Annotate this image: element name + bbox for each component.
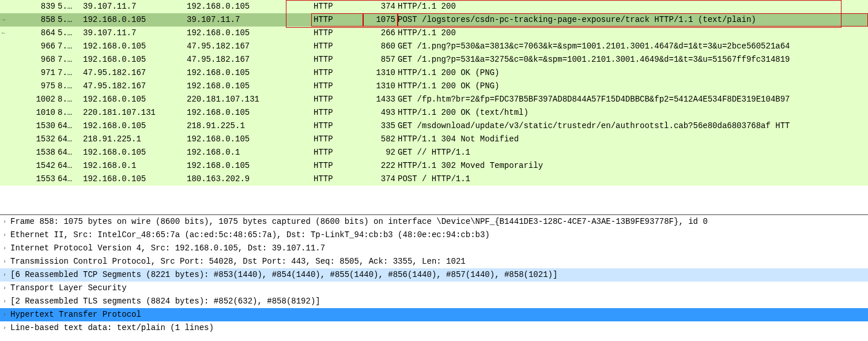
- col-time: 64…: [58, 146, 81, 159]
- col-protocol: HTTP: [311, 159, 363, 173]
- col-length: 374: [363, 173, 398, 186]
- col-no: 858: [7, 13, 58, 27]
- packet-row[interactable]: 10028.…192.168.0.105220.181.107.131HTTP1…: [0, 93, 868, 106]
- packet-row[interactable]: 153064…192.168.0.105218.91.225.1HTTP335G…: [0, 119, 868, 133]
- chevron-right-icon[interactable]: ›: [0, 282, 9, 295]
- col-protocol: HTTP: [311, 40, 363, 53]
- col-protocol: HTTP: [311, 66, 363, 80]
- col-info: GET /msdownload/update/v3/static/trusted…: [398, 119, 868, 133]
- packet-list-pane[interactable]: 8395.…39.107.11.7192.168.0.105HTTP374HTT…: [0, 0, 868, 215]
- col-no: 1532: [7, 133, 58, 146]
- tree-row[interactable]: ›Frame 858: 1075 bytes on wire (8600 bit…: [0, 215, 868, 228]
- packet-row[interactable]: 9687.…192.168.0.10547.95.182.167HTTP857G…: [0, 53, 868, 66]
- col-protocol: HTTP: [311, 173, 363, 186]
- tree-row[interactable]: ›Transmission Control Protocol, Src Port…: [0, 255, 868, 268]
- packet-row[interactable]: 153264…218.91.225.1192.168.0.105HTTP582H…: [0, 133, 868, 146]
- packet-row[interactable]: ←8645.…39.107.11.7192.168.0.105HTTP266HT…: [0, 27, 868, 40]
- col-length: 1433: [363, 93, 398, 106]
- tree-row[interactable]: ›Line-based text data: text/plain (1 lin…: [0, 321, 868, 335]
- col-no: 971: [7, 66, 58, 80]
- packet-row[interactable]: 10108.…220.181.107.131192.168.0.105HTTP4…: [0, 106, 868, 119]
- col-source: 192.168.0.105: [81, 119, 184, 133]
- chevron-right-icon[interactable]: ›: [0, 295, 9, 308]
- col-no: 966: [7, 40, 58, 53]
- packet-row[interactable]: 9667.…192.168.0.10547.95.182.167HTTP860G…: [0, 40, 868, 53]
- packet-row[interactable]: 154264…192.168.0.1192.168.0.105HTTP222HT…: [0, 159, 868, 173]
- col-destination: 218.91.225.1: [184, 119, 311, 133]
- col-time: 5.…: [58, 13, 81, 27]
- chevron-right-icon[interactable]: ›: [0, 255, 9, 268]
- col-length: 860: [363, 40, 398, 53]
- col-source: 192.168.0.1: [81, 159, 184, 173]
- row-marker: [0, 80, 7, 93]
- col-destination: 220.181.107.131: [184, 93, 311, 106]
- col-info: POST /logstores/csdn-pc-tracking-page-ex…: [398, 13, 868, 27]
- col-protocol: HTTP: [311, 146, 363, 159]
- tree-row[interactable]: ›Transport Layer Security: [0, 282, 868, 295]
- chevron-right-icon[interactable]: ›: [0, 321, 9, 335]
- col-source: 192.168.0.105: [81, 53, 184, 66]
- packet-row[interactable]: 9717.…47.95.182.167192.168.0.105HTTP1310…: [0, 66, 868, 80]
- tree-label: Ethernet II, Src: IntelCor_48:65:7a (ac:…: [9, 228, 490, 242]
- tree-label: Frame 858: 1075 bytes on wire (8600 bits…: [9, 215, 708, 228]
- col-length: 266: [363, 27, 398, 40]
- row-marker: [0, 40, 7, 53]
- col-length: 1310: [363, 66, 398, 80]
- tree-row[interactable]: ›Hypertext Transfer Protocol: [0, 308, 868, 321]
- packet-row[interactable]: 153864…192.168.0.105192.168.0.1HTTP92GET…: [0, 146, 868, 159]
- tree-row[interactable]: ›Internet Protocol Version 4, Src: 192.1…: [0, 242, 868, 255]
- packet-row[interactable]: 155364…192.168.0.105180.163.202.9HTTP374…: [0, 173, 868, 186]
- col-protocol: HTTP: [311, 119, 363, 133]
- chevron-right-icon[interactable]: ›: [0, 268, 9, 282]
- col-protocol: HTTP: [311, 0, 363, 13]
- packet-row[interactable]: →8585.…192.168.0.10539.107.11.7HTTP1075P…: [0, 13, 868, 27]
- col-time: 64…: [58, 119, 81, 133]
- col-info: POST / HTTP/1.1: [398, 173, 868, 186]
- chevron-right-icon[interactable]: ›: [0, 215, 9, 228]
- tree-label: Transmission Control Protocol, Src Port:…: [9, 255, 466, 268]
- tree-label: Hypertext Transfer Protocol: [9, 308, 141, 321]
- col-destination: 192.168.0.105: [184, 27, 311, 40]
- col-source: 220.181.107.131: [81, 106, 184, 119]
- col-source: 192.168.0.105: [81, 40, 184, 53]
- packet-row[interactable]: 9758.…47.95.182.167192.168.0.105HTTP1310…: [0, 80, 868, 93]
- chevron-right-icon[interactable]: ›: [0, 242, 9, 255]
- row-marker: [0, 119, 7, 133]
- col-length: 1310: [363, 80, 398, 93]
- row-marker: [0, 146, 7, 159]
- col-time: 64…: [58, 159, 81, 173]
- col-time: 7.…: [58, 66, 81, 80]
- col-info: HTTP/1.1 200 OK (PNG): [398, 80, 868, 93]
- col-protocol: HTTP: [311, 133, 363, 146]
- row-marker: [0, 106, 7, 119]
- col-no: 839: [7, 0, 58, 13]
- col-length: 222: [363, 159, 398, 173]
- col-source: 47.95.182.167: [81, 66, 184, 80]
- col-destination: 192.168.0.105: [184, 106, 311, 119]
- col-length: 374: [363, 0, 398, 13]
- col-info: HTTP/1.1 304 Not Modified: [398, 133, 868, 146]
- col-length: 92: [363, 146, 398, 159]
- col-no: 968: [7, 53, 58, 66]
- col-protocol: HTTP: [311, 13, 363, 27]
- col-length: 857: [363, 53, 398, 66]
- row-marker: [0, 0, 7, 13]
- col-protocol: HTTP: [311, 106, 363, 119]
- col-no: 1538: [7, 146, 58, 159]
- packet-row[interactable]: 8395.…39.107.11.7192.168.0.105HTTP374HTT…: [0, 0, 868, 13]
- col-info: GET /fp.htm?br=2&fp=FDC37B5BF397AD8D844A…: [398, 93, 868, 106]
- tree-label: Line-based text data: text/plain (1 line…: [9, 321, 214, 335]
- col-length: 493: [363, 106, 398, 119]
- chevron-right-icon[interactable]: ›: [0, 228, 9, 242]
- col-no: 975: [7, 80, 58, 93]
- tree-row[interactable]: ›[2 Reassembled TLS segments (8824 bytes…: [0, 295, 868, 308]
- tree-row[interactable]: ›[6 Reassembled TCP Segments (8221 bytes…: [0, 268, 868, 282]
- tree-label: Internet Protocol Version 4, Src: 192.16…: [9, 242, 325, 255]
- packet-details-pane[interactable]: ›Frame 858: 1075 bytes on wire (8600 bit…: [0, 215, 868, 335]
- tree-label: [6 Reassembled TCP Segments (8221 bytes)…: [9, 268, 557, 282]
- col-info: HTTP/1.1 302 Moved Temporarily: [398, 159, 868, 173]
- col-time: 5.…: [58, 27, 81, 40]
- chevron-right-icon[interactable]: ›: [0, 308, 9, 321]
- tree-row[interactable]: ›Ethernet II, Src: IntelCor_48:65:7a (ac…: [0, 228, 868, 242]
- col-length: 335: [363, 119, 398, 133]
